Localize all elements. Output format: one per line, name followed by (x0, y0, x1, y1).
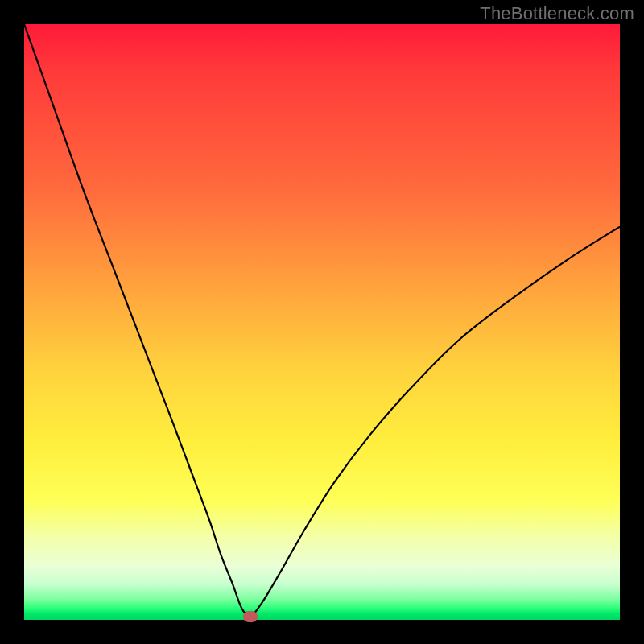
bottleneck-curve (24, 24, 620, 617)
curve-svg (24, 24, 620, 620)
watermark-text: TheBottleneck.com (480, 3, 634, 24)
minimum-marker (243, 611, 258, 622)
plot-area (24, 24, 620, 620)
chart-frame: TheBottleneck.com (0, 0, 644, 644)
